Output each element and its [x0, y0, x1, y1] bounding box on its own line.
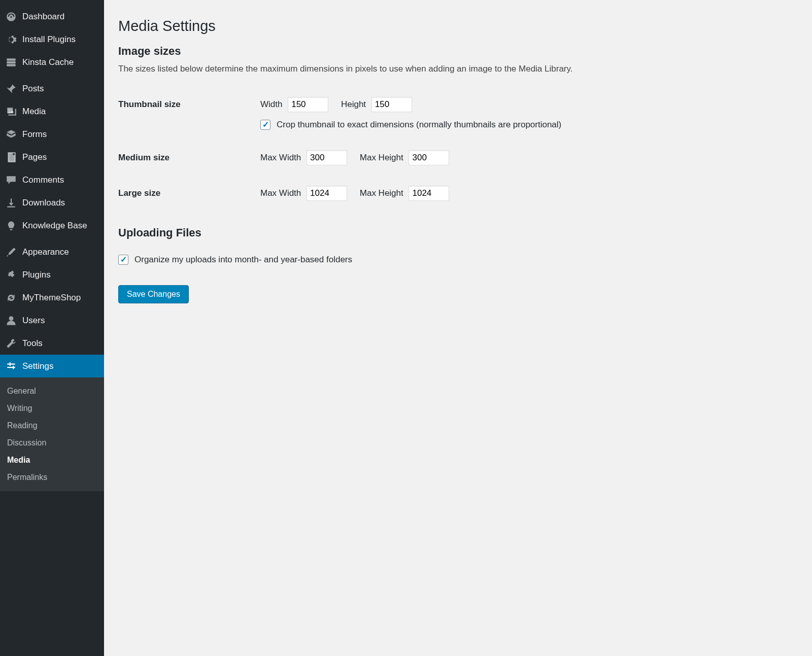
sidebar-item-label: Tools — [22, 338, 43, 349]
medium-size-row: Medium size Max Width Max Height — [118, 140, 797, 176]
media-icon — [5, 106, 17, 118]
thumbnail-crop-checkbox[interactable] — [260, 120, 270, 130]
forms-icon — [5, 128, 17, 141]
image-sizes-table: Thumbnail size Width Height Crop thumbna… — [118, 87, 797, 211]
thumbnail-width-input[interactable] — [288, 97, 328, 112]
sidebar-item-label: Comments — [22, 175, 64, 185]
sidebar-item-label: Plugins — [22, 270, 51, 280]
large-max-height-input[interactable] — [409, 186, 449, 201]
sidebar-item-label: Kinsta Cache — [22, 57, 74, 67]
sidebar-item-pages[interactable]: Pages — [0, 146, 104, 168]
page-title: Media Settings — [118, 18, 797, 34]
user-icon — [5, 315, 17, 327]
dashboard-icon — [5, 11, 17, 23]
sidebar-item-label: Knowledge Base — [22, 221, 87, 231]
sidebar-item-label: Settings — [22, 361, 53, 371]
large-max-width-input[interactable] — [307, 186, 347, 201]
sidebar-item-label: Users — [22, 316, 45, 326]
admin-sidebar: DashboardInstall PluginsKinsta CachePost… — [0, 0, 104, 656]
sliders-icon — [5, 360, 17, 372]
svg-point-5 — [9, 316, 14, 321]
sidebar-item-label: Dashboard — [22, 12, 64, 22]
sidebar-item-dashboard[interactable]: Dashboard — [0, 5, 104, 28]
thumbnail-size-label: Thumbnail size — [118, 87, 260, 140]
content-area: Media Settings Image sizes The sizes lis… — [104, 0, 812, 656]
organize-uploads-label[interactable]: Organize my uploads into month- and year… — [134, 255, 352, 265]
sidebar-item-label: Install Plugins — [22, 34, 76, 45]
pin-icon — [5, 83, 17, 95]
svg-rect-1 — [7, 61, 16, 63]
plug-icon — [5, 269, 17, 281]
submenu-item-permalinks[interactable]: Permalinks — [0, 469, 104, 486]
sidebar-item-settings[interactable]: Settings — [0, 355, 104, 377]
medium-max-height-input[interactable] — [409, 150, 449, 165]
svg-rect-2 — [7, 64, 16, 66]
sidebar-item-install-plugins[interactable]: Install Plugins — [0, 28, 104, 51]
refresh-icon — [5, 292, 17, 304]
sidebar-item-label: Media — [22, 107, 46, 117]
large-size-row: Large size Max Width Max Height — [118, 176, 797, 211]
submenu-item-media[interactable]: Media — [0, 452, 104, 469]
save-changes-button[interactable]: Save Changes — [118, 285, 189, 303]
medium-max-width-label: Max Width — [260, 153, 301, 162]
sidebar-item-mythemeshop[interactable]: MyThemeShop — [0, 286, 104, 309]
sidebar-item-appearance[interactable]: Appearance — [0, 240, 104, 263]
wrench-icon — [5, 337, 17, 350]
large-size-label: Large size — [118, 176, 260, 211]
sidebar-item-tools[interactable]: Tools — [0, 332, 104, 355]
thumbnail-height-input[interactable] — [371, 97, 412, 112]
bulb-icon — [5, 220, 17, 232]
submenu-item-reading[interactable]: Reading — [0, 417, 104, 434]
pages-icon — [5, 151, 17, 163]
brush-icon — [5, 246, 17, 258]
medium-size-label: Medium size — [118, 140, 260, 176]
sidebar-item-label: Downloads — [22, 198, 65, 208]
menu-separator — [0, 237, 104, 240]
sidebar-item-label: Forms — [22, 129, 47, 140]
thumbnail-width-label: Width — [260, 99, 282, 109]
sidebar-item-media[interactable]: Media — [0, 100, 104, 123]
organize-uploads-checkbox[interactable] — [118, 255, 128, 265]
submenu-item-writing[interactable]: Writing — [0, 400, 104, 417]
svg-rect-0 — [7, 58, 16, 60]
large-max-width-label: Max Width — [260, 188, 301, 198]
thumbnail-height-label: Height — [341, 99, 366, 109]
sidebar-item-label: Posts — [22, 84, 44, 94]
large-max-height-label: Max Height — [360, 188, 403, 198]
sidebar-item-downloads[interactable]: Downloads — [0, 191, 104, 214]
image-sizes-description: The sizes listed below determine the max… — [118, 64, 797, 74]
sidebar-item-plugins[interactable]: Plugins — [0, 263, 104, 286]
sidebar-item-forms[interactable]: Forms — [0, 123, 104, 146]
uploading-files-heading: Uploading Files — [118, 226, 797, 239]
sidebar-item-posts[interactable]: Posts — [0, 77, 104, 100]
sidebar-item-kinsta-cache[interactable]: Kinsta Cache — [0, 51, 104, 74]
svg-point-3 — [9, 109, 10, 111]
server-icon — [5, 56, 17, 68]
sidebar-item-label: Pages — [22, 152, 47, 162]
menu-separator — [0, 74, 104, 77]
thumbnail-crop-label[interactable]: Crop thumbnail to exact dimensions (norm… — [277, 120, 561, 130]
sidebar-item-knowledge-base[interactable]: Knowledge Base — [0, 214, 104, 237]
submenu-item-discussion[interactable]: Discussion — [0, 434, 104, 452]
sidebar-item-label: MyThemeShop — [22, 293, 81, 303]
sidebar-item-users[interactable]: Users — [0, 309, 104, 332]
thumbnail-size-row: Thumbnail size Width Height Crop thumbna… — [118, 87, 797, 140]
medium-max-height-label: Max Height — [360, 153, 403, 162]
gear-icon — [5, 33, 17, 46]
sidebar-item-comments[interactable]: Comments — [0, 168, 104, 191]
image-sizes-heading: Image sizes — [118, 45, 797, 58]
download-icon — [5, 197, 17, 209]
sidebar-item-label: Appearance — [22, 247, 69, 257]
submenu-item-general[interactable]: General — [0, 383, 104, 400]
medium-max-width-input[interactable] — [307, 150, 347, 165]
comments-icon — [5, 174, 17, 186]
